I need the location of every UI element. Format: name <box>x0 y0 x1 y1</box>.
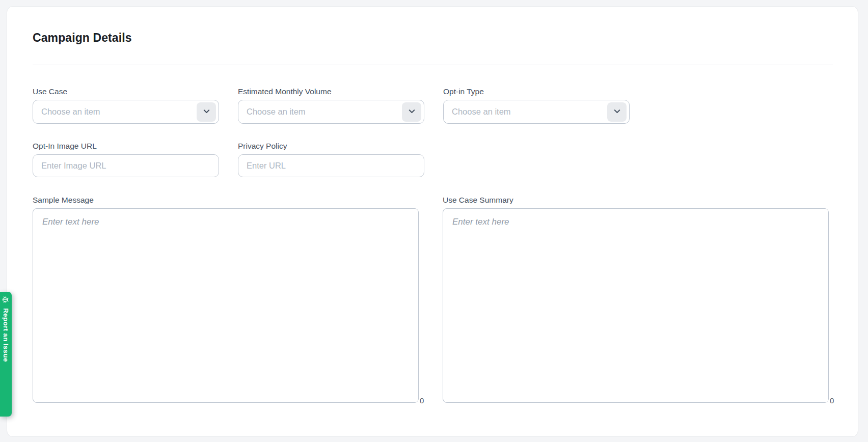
opt-in-type-select-value: Choose an item <box>452 107 607 117</box>
opt-in-image-url-field: Opt-In Image URL <box>33 142 219 177</box>
use-case-select[interactable]: Choose an item <box>33 100 219 124</box>
opt-in-image-url-label: Opt-In Image URL <box>33 142 219 151</box>
use-case-summary-label: Use Case Summary <box>443 196 829 205</box>
chevron-down-icon <box>407 106 417 118</box>
opt-in-type-label: Opt-in Type <box>443 87 630 96</box>
use-case-chevron-button[interactable] <box>197 102 216 122</box>
monthly-volume-select-value: Choose an item <box>247 107 402 117</box>
privacy-policy-field: Privacy Policy <box>238 142 424 177</box>
opt-in-image-url-input[interactable] <box>33 154 219 177</box>
use-case-summary-char-counter: 0 <box>830 397 834 404</box>
use-case-field: Use Case Choose an item <box>33 87 219 124</box>
use-case-summary-field: Use Case Summary 0 <box>443 196 829 403</box>
use-case-summary-textarea[interactable] <box>443 208 829 403</box>
opt-in-type-select[interactable]: Choose an item <box>443 100 630 124</box>
textarea-row: Sample Message 0 Use Case Summary 0 <box>33 196 833 403</box>
opt-in-type-chevron-button[interactable] <box>607 102 627 122</box>
sample-message-label: Sample Message <box>33 196 419 205</box>
monthly-volume-select[interactable]: Choose an item <box>238 100 424 124</box>
monthly-volume-label: Estimated Monthly Volume <box>238 87 424 96</box>
privacy-policy-input[interactable] <box>238 154 424 177</box>
report-an-issue-ribbon[interactable]: Report an Issue <box>0 292 12 417</box>
chevron-down-icon <box>612 106 622 118</box>
monthly-volume-field: Estimated Monthly Volume Choose an item <box>238 87 424 124</box>
bug-icon <box>2 295 10 304</box>
title-divider <box>33 65 833 65</box>
privacy-policy-label: Privacy Policy <box>238 142 424 151</box>
use-case-label: Use Case <box>33 87 219 96</box>
sample-message-char-counter: 0 <box>420 397 424 404</box>
report-an-issue-label: Report an Issue <box>2 308 10 362</box>
sample-message-textarea[interactable] <box>33 208 419 403</box>
dropdown-row: Use Case Choose an item Estimated Monthl… <box>33 87 833 124</box>
chevron-down-icon <box>202 106 211 118</box>
page-title: Campaign Details <box>33 31 833 45</box>
campaign-details-card: Campaign Details Use Case Choose an item… <box>7 6 858 437</box>
sample-message-field: Sample Message 0 <box>33 196 419 403</box>
use-case-select-value: Choose an item <box>41 107 197 117</box>
monthly-volume-chevron-button[interactable] <box>402 102 421 122</box>
opt-in-type-field: Opt-in Type Choose an item <box>443 87 630 124</box>
url-input-row: Opt-In Image URL Privacy Policy <box>33 142 833 177</box>
